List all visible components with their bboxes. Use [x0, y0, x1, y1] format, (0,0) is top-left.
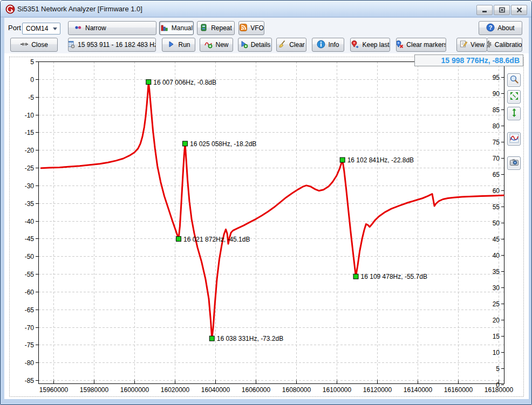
svg-text:16 109 478Hz, -55.7dB: 16 109 478Hz, -55.7dB — [361, 273, 427, 280]
close-button[interactable]: Close — [10, 38, 58, 52]
svg-text:16000000: 16000000 — [120, 386, 149, 394]
svg-text:16100000: 16100000 — [323, 386, 352, 394]
chart-marker: 16 007 006Hz, -0.8dB — [146, 79, 216, 86]
port-value: COM14 — [26, 25, 48, 32]
freq-range-icon — [68, 40, 75, 50]
svg-text:10: 10 — [493, 349, 500, 356]
svg-text:0: 0 — [30, 76, 34, 84]
clear-icon — [278, 40, 287, 50]
info-icon — [317, 40, 325, 50]
run-button[interactable]: Run — [162, 38, 195, 52]
view-button[interactable]: View — [456, 38, 487, 52]
svg-text:85: 85 — [493, 106, 500, 114]
about-button[interactable]: ? About — [479, 21, 522, 35]
svg-text:16160000: 16160000 — [444, 386, 473, 394]
svg-text:-80: -80 — [25, 359, 35, 367]
info-button[interactable]: Info — [312, 38, 344, 52]
svg-text:-15: -15 — [25, 129, 35, 136]
clear-markers-button[interactable]: Clear markers — [396, 38, 446, 52]
svg-text:16140000: 16140000 — [404, 386, 433, 394]
svg-text:15960000: 15960000 — [39, 386, 69, 394]
svg-text:15980000: 15980000 — [80, 386, 109, 394]
snapshot-button[interactable] — [507, 156, 521, 170]
port-label: Port — [8, 24, 21, 32]
svg-text:16 038 331Hz, -73.2dB: 16 038 331Hz, -73.2dB — [217, 335, 283, 342]
calibration-icon — [487, 40, 492, 50]
marker-readout: 15 998 776Hz, -88.6dB — [414, 54, 523, 66]
close-plug-icon — [20, 40, 29, 50]
svg-text:-20: -20 — [25, 147, 35, 154]
fit-button[interactable] — [507, 90, 521, 104]
svg-text:-40: -40 — [25, 218, 35, 225]
svg-text:-85: -85 — [25, 377, 35, 385]
port-select[interactable]: COM14 — [22, 23, 60, 35]
maximize-button[interactable] — [494, 5, 510, 15]
fit-icon — [509, 91, 519, 103]
svg-text:5: 5 — [30, 58, 34, 66]
svg-text:15: 15 — [493, 333, 500, 340]
app-icon — [5, 4, 15, 16]
svg-text:30: 30 — [493, 284, 500, 292]
close-window-button[interactable] — [511, 5, 527, 15]
svg-text:-25: -25 — [25, 164, 35, 172]
svg-text:90: 90 — [493, 90, 500, 98]
svg-text:65: 65 — [493, 171, 500, 179]
svg-text:95: 95 — [493, 74, 500, 81]
svg-text:25: 25 — [493, 300, 500, 308]
svg-text:16020000: 16020000 — [161, 386, 190, 394]
svg-text:16 007 006Hz, -0.8dB: 16 007 006Hz, -0.8dB — [153, 79, 216, 86]
svg-text:55: 55 — [493, 203, 500, 211]
svg-text:-60: -60 — [25, 289, 35, 296]
chart-marker: 16 102 841Hz, -22.8dB — [340, 156, 414, 164]
svg-text:16080000: 16080000 — [282, 386, 311, 394]
minimize-icon — [481, 5, 488, 15]
view-icon — [459, 40, 468, 50]
traces-button[interactable] — [507, 132, 521, 146]
svg-text:75: 75 — [493, 139, 500, 146]
minimize-button[interactable] — [476, 5, 493, 15]
clear-markers-icon — [396, 40, 404, 50]
chart-svg[interactable]: 1596000015980000160000001602000016040000… — [5, 53, 528, 399]
about-icon: ? — [486, 23, 495, 33]
zoom-button[interactable] — [507, 73, 521, 87]
new-icon — [204, 40, 213, 50]
vfo-toggle[interactable]: VFO — [238, 21, 264, 35]
svg-text:35: 35 — [493, 268, 500, 276]
freq-range-button[interactable]: 15 953 911 - 16 182 483 Hz — [68, 38, 156, 52]
new-button[interactable]: New — [200, 38, 233, 52]
keep-last-button[interactable]: Keep last — [350, 38, 390, 52]
svg-text:60: 60 — [493, 187, 500, 195]
svg-text:45: 45 — [493, 236, 500, 243]
svg-text:70: 70 — [493, 155, 500, 162]
keep-last-icon — [351, 40, 359, 50]
svg-text:40: 40 — [493, 252, 500, 259]
svg-text:16 021 872Hz, -45.1dB: 16 021 872Hz, -45.1dB — [183, 236, 250, 243]
svg-text:-55: -55 — [25, 271, 35, 278]
manual-toggle[interactable]: Manual — [159, 21, 194, 35]
details-icon — [240, 40, 248, 50]
run-icon — [167, 40, 175, 50]
window-title: Si5351 Network Analyzer [Firmware 1.0] — [17, 5, 142, 13]
svg-text:-50: -50 — [25, 253, 35, 260]
svg-text:-5: -5 — [28, 94, 34, 101]
svg-text:-75: -75 — [25, 341, 35, 349]
svg-text:-30: -30 — [25, 182, 35, 190]
svg-text:-45: -45 — [25, 235, 35, 243]
titlebar[interactable]: Si5351 Network Analyzer [Firmware 1.0] — [1, 1, 531, 17]
chart-marker: 16 038 331Hz, -73.2dB — [209, 335, 283, 342]
repeat-toggle[interactable]: Repeat — [197, 21, 235, 35]
svg-text:16120000: 16120000 — [363, 386, 392, 394]
zoom-icon — [509, 74, 519, 86]
details-button[interactable]: Details — [238, 38, 272, 52]
vscale-icon — [509, 108, 519, 120]
svg-text:-65: -65 — [25, 306, 35, 314]
svg-text:50: 50 — [493, 219, 500, 227]
vfo-icon — [239, 23, 248, 33]
calibration-button[interactable]: Calibration — [487, 38, 522, 52]
vscale-button[interactable] — [507, 107, 521, 120]
svg-text:0: 0 — [496, 381, 500, 389]
narrow-button[interactable]: Narrow — [68, 21, 156, 35]
svg-text:20: 20 — [493, 317, 500, 324]
clear-button[interactable]: Clear — [276, 38, 306, 52]
svg-text:-70: -70 — [25, 324, 35, 332]
